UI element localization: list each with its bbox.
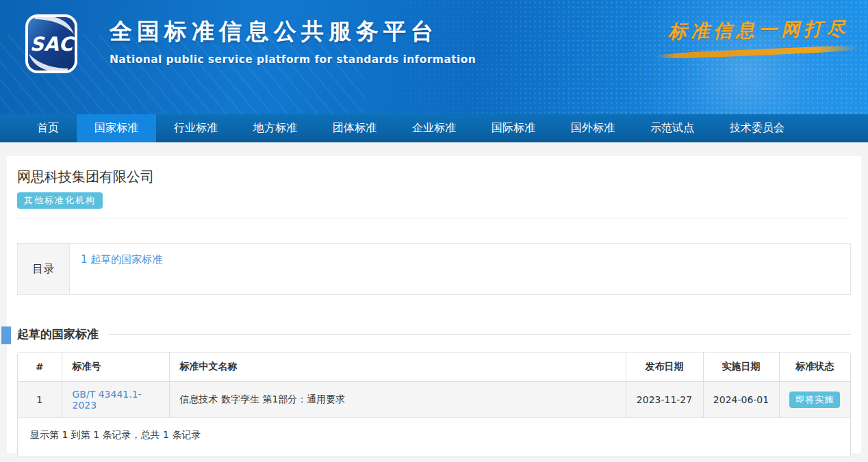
nav-item-industry-standards[interactable]: 行业标准 bbox=[156, 114, 235, 142]
section-header: 起草的国家标准 bbox=[17, 326, 851, 342]
section-rule bbox=[108, 334, 851, 335]
site-title: 全国标准信息公共服务平台 bbox=[110, 16, 476, 47]
nav-item-international-standards[interactable]: 国际标准 bbox=[474, 114, 553, 142]
cell-standard-no: GB/T 43441.1-2023 bbox=[62, 382, 169, 418]
directory-box: 目录 1 起草的国家标准 bbox=[17, 243, 851, 295]
cell-status: 即将实施 bbox=[779, 382, 850, 418]
cell-implement-date: 2024-06-01 bbox=[703, 382, 779, 418]
table-header-row: # 标准号 标准中文名称 发布日期 实施日期 标准状态 bbox=[18, 352, 850, 382]
site-subtitle: National public service platform for sta… bbox=[110, 53, 476, 66]
cell-name-cn: 信息技术 数字孪生 第1部分：通用要求 bbox=[169, 382, 626, 418]
directory-link-drafted-standards[interactable]: 1 起草的国家标准 bbox=[81, 253, 162, 266]
cell-publish-date: 2023-11-27 bbox=[626, 382, 703, 418]
col-header-publish-date: 发布日期 bbox=[626, 352, 703, 382]
sac-logo-svg: SAC bbox=[25, 14, 78, 74]
table-row: 1 GB/T 43441.1-2023 信息技术 数字孪生 第1部分：通用要求 … bbox=[18, 382, 850, 418]
col-header-name-cn: 标准中文名称 bbox=[169, 352, 626, 382]
directory-label: 目录 bbox=[18, 244, 70, 294]
brand-block: 全国标准信息公共服务平台 National public service pla… bbox=[110, 16, 476, 66]
table-record-summary: 显示第 1 到第 1 条记录，总共 1 条记录 bbox=[18, 418, 850, 457]
col-header-index: # bbox=[18, 352, 62, 382]
nav-item-foreign-standards[interactable]: 国外标准 bbox=[553, 114, 633, 142]
directory-body: 1 起草的国家标准 bbox=[70, 244, 850, 294]
status-badge: 即将实施 bbox=[789, 392, 840, 408]
nav-item-pilot-programs[interactable]: 示范试点 bbox=[633, 114, 712, 142]
nav-item-home[interactable]: 首页 bbox=[19, 114, 77, 142]
main-nav: 首页 国家标准 行业标准 地方标准 团体标准 企业标准 国际标准 国外标准 示范… bbox=[0, 114, 868, 142]
standard-no-link[interactable]: GB/T 43441.1-2023 bbox=[73, 389, 142, 411]
standards-table-container: # 标准号 标准中文名称 发布日期 实施日期 标准状态 1 GB/T 43441… bbox=[17, 352, 851, 457]
section-marker-icon bbox=[1, 326, 11, 344]
svg-text:SAC: SAC bbox=[30, 33, 75, 55]
sac-logo-icon[interactable]: SAC bbox=[25, 14, 78, 74]
col-header-implement-date: 实施日期 bbox=[703, 352, 779, 382]
site-header: SAC 全国标准信息公共服务平台 National public service… bbox=[0, 0, 868, 114]
nav-item-enterprise-standards[interactable]: 企业标准 bbox=[394, 114, 474, 142]
nav-item-group-standards[interactable]: 团体标准 bbox=[315, 114, 394, 142]
nav-item-local-standards[interactable]: 地方标准 bbox=[235, 114, 315, 142]
slogan-text: 标准信息一网打尽 bbox=[668, 16, 850, 44]
cell-index: 1 bbox=[18, 382, 62, 418]
org-name: 网思科技集团有限公司 bbox=[17, 168, 851, 186]
slogan-brush-underline bbox=[655, 45, 857, 60]
divider bbox=[17, 218, 851, 218]
nav-item-technical-committees[interactable]: 技术委员会 bbox=[712, 114, 802, 142]
standards-table: # 标准号 标准中文名称 发布日期 实施日期 标准状态 1 GB/T 43441… bbox=[18, 352, 850, 418]
col-header-status: 标准状态 bbox=[779, 352, 850, 382]
org-card: 网思科技集团有限公司 其他标准化机构 目录 1 起草的国家标准 起草的国家标准 … bbox=[7, 156, 861, 453]
org-type-badge: 其他标准化机构 bbox=[17, 192, 103, 209]
section-title: 起草的国家标准 bbox=[17, 326, 99, 342]
nav-item-national-standards[interactable]: 国家标准 bbox=[77, 114, 156, 142]
page-content: 网思科技集团有限公司 其他标准化机构 目录 1 起草的国家标准 起草的国家标准 … bbox=[0, 142, 868, 453]
col-header-standard-no: 标准号 bbox=[62, 352, 169, 382]
